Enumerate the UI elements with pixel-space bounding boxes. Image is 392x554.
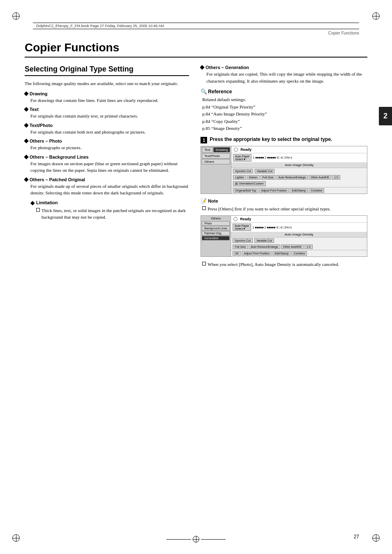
ui2-bottom-row: OK Adjust Print Position Edit/Stamp Comb… <box>231 250 367 256</box>
step-1-title: 1 Press the appropriate key to select th… <box>201 136 367 143</box>
ui1-adjust[interactable]: Adjust Print Position <box>259 188 289 193</box>
ui1-other-auto[interactable]: Other AutoR/E <box>309 175 331 180</box>
ui1-tab-text[interactable]: Text <box>202 147 213 152</box>
diamond-icon <box>24 107 28 111</box>
ui2-status-indicators: 1 ■■■■■ 2 ■■■■■ 5□ 4□ 0%×1 <box>252 226 292 229</box>
ui2-auto-paper[interactable]: Auto PaperSelect▼ <box>233 224 251 231</box>
ui2-edit-stamp[interactable]: Edit/Stamp <box>272 251 291 256</box>
ui1-edit-stamp[interactable]: Edit/Stamp <box>290 188 308 193</box>
item-others-photo-body: For photographs or pictures. <box>25 144 189 151</box>
final-note-item: When you select [Photo], Auto Image Dens… <box>202 261 367 268</box>
ui2-fullsize[interactable]: Full Size <box>233 245 248 249</box>
item-others-patched-title: Others – Patched Original <box>25 177 189 182</box>
limitation-box: ◆ Limitation Thick lines, text, or solid… <box>30 200 189 221</box>
item-drawing-body: For drawings that contain fine lines. Fa… <box>25 97 189 104</box>
item-textphoto-title: Text/Photo <box>25 123 189 128</box>
ui1-tab-drawing[interactable]: Drawing <box>213 147 230 152</box>
corner-mark-tl <box>12 12 20 20</box>
ui2-zoom[interactable]: 1 0 <box>304 245 313 249</box>
ui1-left: Text Drawing Text/Photo Others <box>201 146 231 194</box>
ui1-controls: Lighter Darker Full Size Auto Reduce/Enl… <box>231 174 367 180</box>
content-area: Copier Functions Selecting Original Type… <box>25 41 367 529</box>
ref-item-1: p.84 “Auto Image Density Priority” <box>202 111 367 118</box>
ui1-orientation-row: ▤ Orientation/Custom <box>231 180 367 187</box>
diamond-icon <box>200 65 205 69</box>
ui2-controls: Full Size Auto Reduce/Enlarge Other Auto… <box>231 244 367 250</box>
ui1-variable[interactable]: Variable Cut <box>255 169 274 173</box>
ref-item-3: p.85 “Image Density” <box>202 125 367 132</box>
ui2-cut-row: Synchro Cut Variable Cut <box>231 238 367 244</box>
note-icon: 📝 <box>201 198 207 204</box>
item-others-patched-body: For originals made up of several pieces … <box>25 183 189 196</box>
limitation-icon: ◆ <box>30 200 35 206</box>
ui2-generation[interactable]: Generation <box>202 236 230 240</box>
ui2-photo[interactable]: Photo <box>202 221 230 226</box>
item-text: Text For originals that contain mainly t… <box>25 107 189 120</box>
section-tab: 2 <box>379 107 392 125</box>
ui1-darker[interactable]: Darker <box>247 175 260 180</box>
bottom-line-left <box>166 539 191 540</box>
item-others-bglines-title: Others – Background Lines <box>25 155 189 159</box>
ui2-patched[interactable]: Patched Orig. <box>202 231 230 235</box>
diamond-icon <box>24 138 28 143</box>
item-textphoto-body: For originals that contain both text and… <box>25 129 189 136</box>
ui2-synchro[interactable]: Synchro Cut <box>233 238 253 243</box>
item-textphoto: Text/Photo For originals that contain bo… <box>25 123 189 136</box>
ui2-ok[interactable]: OK <box>233 251 241 256</box>
two-col-layout: Selecting Original Type Setting The foll… <box>25 65 367 272</box>
ui1-auto-paper[interactable]: Auto PaperSelect▼ <box>233 154 251 162</box>
file-info-bar: DolphinC2_ENcopy_F_FM.book Page 27 Frida… <box>33 23 359 29</box>
step-number: 1 <box>201 137 207 143</box>
ui1-ready-text: Ready <box>240 148 251 152</box>
ui2-left: Others Photo Background Lines Patched Or… <box>201 216 231 256</box>
reference-body: Related default settings: p.84 “Original… <box>201 96 367 132</box>
item-others-generation: Others – Generation For originals that a… <box>201 65 367 84</box>
reference-icon: 🔍 <box>201 88 207 95</box>
ui1-zoom[interactable]: 1 0 <box>332 175 340 180</box>
note-item-0: Press [Others] first if you want to sele… <box>202 205 367 212</box>
ui1-combine[interactable]: Combine <box>309 188 324 193</box>
ui1-original-edit[interactable]: Original/Edit Top <box>233 188 258 193</box>
ui2-adjust[interactable]: Adjust Print Position <box>242 251 272 256</box>
item-others-generation-body: For originals that are copied. This will… <box>201 71 367 84</box>
item-others-bglines: Others – Background Lines For images dra… <box>25 155 189 174</box>
ui2-header: Ready <box>231 216 367 223</box>
bottom-crosshair <box>193 536 199 542</box>
ui2-combine[interactable]: Combine <box>291 251 307 256</box>
ui-mockup-1: Text Drawing Text/Photo Others Ready <box>201 146 367 194</box>
ui1-auto-reduce[interactable]: Auto Reduce/Enlarge <box>277 175 308 180</box>
item-text-body: For originals that contain mainly text, … <box>25 113 189 120</box>
limitation-title: ◆ Limitation <box>30 200 189 206</box>
ui1-synchro[interactable]: Synchro Cut <box>233 169 253 173</box>
ui-mockup-2: Others Photo Background Lines Patched Or… <box>201 215 367 257</box>
file-info-text: DolphinC2_ENcopy_F_FM.book Page 27 Frida… <box>36 24 164 28</box>
left-column: Selecting Original Type Setting The foll… <box>25 65 189 272</box>
bottom-line-right <box>201 539 226 540</box>
section-heading: Selecting Original Type Setting <box>25 65 189 76</box>
ui2-bglines[interactable]: Background Lines <box>202 226 230 231</box>
ui1-lighter[interactable]: Lighter <box>233 175 246 180</box>
ui2-variable[interactable]: Variable Cut <box>254 238 274 243</box>
top-right-label: Copier Functions <box>328 31 359 35</box>
ui2-auto-reduce[interactable]: Auto Reduce/Enlarge <box>249 245 280 249</box>
bottom-center-marks <box>166 536 226 542</box>
ui2-status-row: Auto PaperSelect▼ 1 ■■■■■ 2 ■■■■■ 5□ 4□ … <box>231 223 367 232</box>
ui1-textphoto[interactable]: Text/Photo <box>202 153 230 159</box>
ui2-ready-text: Ready <box>240 217 251 221</box>
final-note: When you select [Photo], Auto Image Dens… <box>201 261 367 268</box>
item-drawing-title: Drawing <box>25 91 189 96</box>
checkbox-icon <box>36 208 40 212</box>
note-body: Press [Others] first if you want to sele… <box>201 205 367 212</box>
ui1-header: Ready <box>231 146 367 153</box>
ui2-other-auto[interactable]: Other AutoR/E <box>281 245 304 249</box>
diamond-icon <box>24 123 28 127</box>
limitation-item-0: Thick lines, text, or solid images in th… <box>36 207 189 221</box>
page-number: 27 <box>354 534 359 540</box>
ui1-others[interactable]: Others <box>202 159 230 164</box>
ui1-fullsize[interactable]: Full Size <box>261 175 276 180</box>
ui1-orientation[interactable]: ▤ Orientation/Custom <box>233 181 265 186</box>
ui1-cut-row: Synchro Cut Variable Cut <box>231 168 367 174</box>
item-others-generation-title: Others – Generation <box>201 65 367 70</box>
chapter-title: Copier Functions <box>25 41 367 58</box>
ui2-right: Ready Auto PaperSelect▼ 1 ■■■■■ 2 ■■■■■ … <box>231 216 367 256</box>
